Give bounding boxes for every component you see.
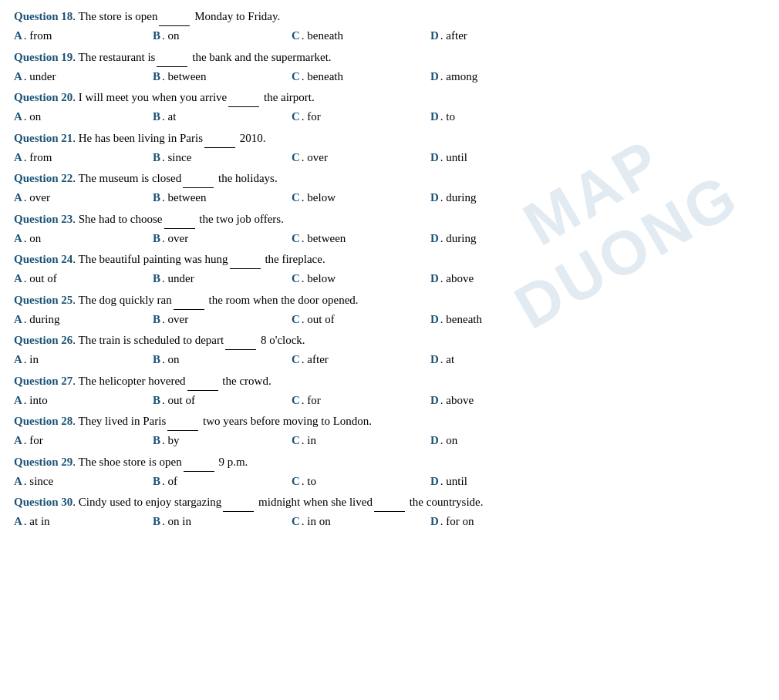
answer-text-27-D: . above bbox=[440, 392, 474, 409]
question-line-27: Question 27. The helicopter hovered the … bbox=[14, 372, 765, 391]
question-text2-19: the bank and the supermarket. bbox=[189, 51, 331, 63]
answer-18-A: A. from bbox=[14, 27, 153, 45]
answer-18-C: C. beneath bbox=[292, 27, 430, 45]
answer-22-A: A. over bbox=[14, 189, 153, 207]
answer-21-C: C. over bbox=[292, 149, 430, 167]
answer-24-C: C. below bbox=[292, 270, 430, 288]
question-text2-29: 9 p.m. bbox=[216, 456, 248, 468]
question-label-18: Question 18 bbox=[14, 10, 73, 22]
question-block-28: Question 28. They lived in Paris two yea… bbox=[14, 412, 765, 450]
answer-26-D: D. at bbox=[430, 351, 569, 369]
question-text2-30: midnight when she lived bbox=[255, 496, 373, 508]
answer-text-25-D: . beneath bbox=[440, 311, 482, 328]
question-text-21: . He has been living in Paris bbox=[73, 132, 203, 144]
blank-25 bbox=[174, 291, 204, 310]
answer-letter-24-A: A bbox=[14, 270, 22, 288]
question-text3-30: the countryside. bbox=[406, 496, 484, 508]
answer-25-C: C. out of bbox=[292, 311, 430, 328]
answer-text-21-A: . from bbox=[24, 149, 52, 167]
question-block-25: Question 25. The dog quickly ran the roo… bbox=[14, 291, 765, 329]
answer-letter-21-D: D bbox=[430, 149, 439, 167]
answer-text-27-B: . out of bbox=[162, 392, 195, 409]
answer-letter-18-A: A bbox=[14, 27, 22, 45]
answer-text-19-C: . beneath bbox=[302, 68, 343, 86]
answer-text-22-C: . below bbox=[302, 189, 336, 207]
question-block-20: Question 20. I will meet you when you ar… bbox=[14, 89, 765, 126]
answers-line-23: A. onB. overC. betweenD. during bbox=[14, 230, 765, 247]
answer-23-C: C. between bbox=[292, 230, 430, 247]
answer-27-D: D. above bbox=[430, 392, 569, 409]
blank2-30 bbox=[374, 493, 405, 512]
answer-letter-18-B: B bbox=[153, 27, 160, 45]
answer-letter-28-D: D bbox=[430, 432, 439, 449]
question-text-28: . They lived in Paris bbox=[73, 415, 166, 427]
question-text-27: . The helicopter hovered bbox=[73, 375, 185, 387]
blank-29 bbox=[184, 453, 214, 472]
answer-text-18-B: . on bbox=[162, 27, 180, 45]
answer-22-D: D. during bbox=[430, 189, 569, 207]
answer-letter-18-C: C bbox=[292, 27, 300, 45]
answers-line-19: A. underB. betweenC. beneathD. among bbox=[14, 68, 765, 86]
answer-letter-25-A: A bbox=[14, 311, 22, 328]
question-text2-26: 8 o'clock. bbox=[258, 334, 305, 346]
blank-18 bbox=[159, 8, 190, 26]
answers-line-24: A. out ofB. underC. belowD. above bbox=[14, 270, 765, 288]
answer-letter-23-A: A bbox=[14, 230, 22, 247]
question-line-18: Question 18. The store is open Monday to… bbox=[14, 8, 765, 26]
answer-text-18-A: . from bbox=[24, 27, 52, 45]
answer-letter-20-A: A bbox=[14, 108, 22, 126]
answer-letter-26-D: D bbox=[430, 351, 439, 369]
answer-19-C: C. beneath bbox=[292, 68, 430, 86]
answer-26-A: A. in bbox=[14, 351, 153, 369]
answer-25-A: A. during bbox=[14, 311, 153, 328]
blank-23 bbox=[164, 210, 195, 229]
answer-text-21-C: . over bbox=[302, 149, 328, 167]
answer-letter-22-B: B bbox=[153, 189, 160, 207]
question-block-19: Question 19. The restaurant is the bank … bbox=[14, 49, 765, 86]
answer-letter-30-C: C bbox=[292, 513, 300, 530]
blank-20 bbox=[228, 89, 259, 107]
answer-letter-28-B: B bbox=[153, 432, 160, 449]
question-text-18: . The store is open bbox=[73, 10, 157, 22]
question-label-29: Question 29 bbox=[14, 456, 73, 468]
blank-22 bbox=[183, 170, 214, 188]
answer-letter-27-A: A bbox=[14, 392, 22, 409]
answer-letter-29-D: D bbox=[430, 473, 439, 490]
question-label-27: Question 27 bbox=[14, 375, 73, 387]
question-text-23: . She had to choose bbox=[73, 213, 162, 225]
question-text2-27: the crowd. bbox=[220, 375, 271, 387]
answer-letter-23-B: B bbox=[153, 230, 160, 247]
answer-text-27-A: . into bbox=[24, 392, 48, 409]
answer-text-19-A: . under bbox=[24, 68, 56, 86]
answers-line-26: A. inB. onC. afterD. at bbox=[14, 351, 765, 369]
answer-text-28-B: . by bbox=[162, 432, 180, 449]
answer-text-30-A: . at in bbox=[24, 513, 50, 530]
answer-18-B: B. on bbox=[153, 27, 292, 45]
answer-text-28-D: . on bbox=[440, 432, 458, 449]
question-text-30: . Cindy used to enjoy stargazing bbox=[73, 496, 221, 508]
answer-text-26-B: . on bbox=[162, 351, 180, 369]
question-label-23: Question 23 bbox=[14, 213, 73, 225]
question-line-30: Question 30. Cindy used to enjoy stargaz… bbox=[14, 493, 765, 512]
blank-24 bbox=[230, 251, 261, 269]
answer-text-22-B: . between bbox=[162, 189, 206, 207]
blank-27 bbox=[187, 372, 218, 391]
answer-29-B: B. of bbox=[153, 473, 292, 490]
question-line-23: Question 23. She had to choose the two j… bbox=[14, 210, 765, 229]
question-line-28: Question 28. They lived in Paris two yea… bbox=[14, 412, 765, 431]
answer-text-26-C: . after bbox=[302, 351, 329, 369]
answer-27-A: A. into bbox=[14, 392, 153, 409]
answer-23-B: B. over bbox=[153, 230, 292, 247]
answer-letter-22-D: D bbox=[430, 189, 439, 207]
question-label-19: Question 19 bbox=[14, 51, 73, 63]
answer-letter-21-B: B bbox=[153, 149, 160, 167]
answer-text-23-B: . over bbox=[162, 230, 188, 247]
answers-line-21: A. fromB. sinceC. overD. until bbox=[14, 149, 765, 167]
question-text-24: . The beautiful painting was hung bbox=[73, 253, 228, 265]
answer-letter-19-D: D bbox=[430, 68, 439, 86]
answer-letter-18-D: D bbox=[430, 27, 439, 45]
answer-20-B: B. at bbox=[153, 108, 292, 126]
answer-text-22-A: . over bbox=[24, 189, 50, 207]
answer-letter-22-C: C bbox=[292, 189, 300, 207]
answer-30-B: B. on in bbox=[153, 513, 292, 530]
